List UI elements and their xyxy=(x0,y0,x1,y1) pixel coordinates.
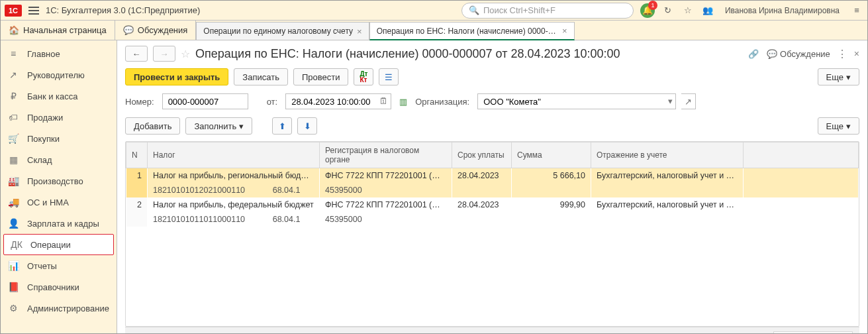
sidebar-item-9[interactable]: ДКОперации xyxy=(3,234,114,255)
sidebar-item-5[interactable]: ▦Склад xyxy=(1,149,117,170)
post-and-close-button[interactable]: Провести и закрыть xyxy=(125,68,228,85)
sidebar-item-4[interactable]: 🛒Покупки xyxy=(1,128,117,149)
sidebar-item-label: Администрирование xyxy=(27,304,109,313)
sidebar-item-6[interactable]: 🏭Производство xyxy=(1,170,117,192)
dt-kt-button[interactable]: ДтКт xyxy=(354,68,373,85)
sidebar-item-0[interactable]: ≡Главное xyxy=(1,43,117,64)
sidebar-item-2[interactable]: ₽Банк и касса xyxy=(1,85,117,107)
col-n[interactable]: N xyxy=(126,142,148,168)
sidebar-item-3[interactable]: 🏷Продажи xyxy=(1,107,117,128)
col-sum[interactable]: Сумма xyxy=(512,142,591,168)
page-header: ← → ☆ Операция по ЕНС: Налоги (начислени… xyxy=(125,46,859,62)
app-title: 1С: Бухгалтерия 3.0 (1С:Предприятие) xyxy=(46,5,200,15)
org-input[interactable] xyxy=(482,96,671,107)
sidebar-item-10[interactable]: 📊Отчеты xyxy=(1,255,117,276)
home-icon: 🏠 xyxy=(9,25,19,35)
sidebar-icon: ≡ xyxy=(7,48,19,59)
sidebar-item-11[interactable]: 📕Справочники xyxy=(1,276,117,298)
move-down-button[interactable]: ⬇ xyxy=(297,117,317,135)
burger-icon[interactable] xyxy=(28,7,39,15)
table-empty-area[interactable] xyxy=(126,227,859,326)
table-row[interactable]: 1Налог на прибыль, региональный бюджетФН… xyxy=(126,168,859,184)
date-input[interactable] xyxy=(290,96,387,107)
tab-operation-ens-doc[interactable]: Операция по ЕНС: Налоги (начисление) 000… xyxy=(369,22,575,40)
main-area: ← → ☆ Операция по ЕНС: Налоги (начислени… xyxy=(117,40,867,333)
sidebar-item-label: Руководителю xyxy=(27,70,85,80)
sidebar-icon: ДК xyxy=(11,239,23,250)
app-tabs-bar: 🏠 Начальная страница 💬 Обсуждения Операц… xyxy=(1,21,867,40)
org-picker-icon[interactable]: ▥ xyxy=(397,95,410,108)
chevron-down-icon[interactable]: ▾ xyxy=(668,96,673,106)
tab-label: Операции по единому налоговому счету xyxy=(203,27,353,36)
move-up-button[interactable]: ⬆ xyxy=(272,117,292,135)
sidebar-icon: ⚙ xyxy=(7,303,19,313)
titlebar: 1С 1С: Бухгалтерия 3.0 (1С:Предприятие) … xyxy=(1,1,867,21)
nav-forward-button[interactable]: → xyxy=(153,46,175,62)
sidebar-item-1[interactable]: ↗Руководителю xyxy=(1,64,117,85)
sidebar-item-label: Главное xyxy=(27,49,60,59)
col-reg[interactable]: Регистрация в налоговом органе xyxy=(320,142,452,168)
sidebar-icon: 🏷 xyxy=(7,112,19,123)
table-subrow[interactable]: 18210101012021000110 68.04.145395000 xyxy=(126,183,859,197)
sidebar-item-7[interactable]: 🚚ОС и НМА xyxy=(1,192,117,213)
sidebar-item-label: Отчеты xyxy=(27,261,57,271)
save-button[interactable]: Записать xyxy=(234,68,288,85)
linked-docs-button[interactable]: ☰ xyxy=(379,68,399,85)
sidebar-item-label: Покупки xyxy=(27,134,60,144)
discussions-tab[interactable]: 💬 Обсуждения xyxy=(115,21,197,40)
sidebar-item-8[interactable]: 👤Зарплата и кадры xyxy=(1,213,117,234)
sidebar-icon: ↗ xyxy=(7,70,19,80)
more-menu-icon[interactable]: ⋮ xyxy=(837,48,847,60)
home-tab[interactable]: 🏠 Начальная страница xyxy=(1,21,115,40)
notifications-badge: 1 xyxy=(648,1,657,10)
post-button[interactable]: Провести xyxy=(293,68,349,85)
fill-button[interactable]: Заполнить▾ xyxy=(185,117,252,135)
calendar-icon[interactable]: 🗓 xyxy=(379,96,388,106)
close-icon[interactable]: × xyxy=(854,48,859,59)
more-button[interactable]: Еще▾ xyxy=(818,68,859,85)
primary-toolbar: Провести и закрыть Записать Провести ДтК… xyxy=(125,68,859,85)
tree-icon: ☰ xyxy=(385,72,393,82)
table-subrow[interactable]: 18210101011011000110 68.04.145395000 xyxy=(126,212,859,227)
org-field[interactable]: ▾ xyxy=(477,93,676,109)
add-button[interactable]: Добавить xyxy=(125,117,180,135)
org-label: Организация: xyxy=(415,97,472,107)
sidebar-icon: 🏭 xyxy=(7,176,19,186)
close-icon[interactable]: × xyxy=(562,26,567,36)
sidebar-item-12[interactable]: ⚙Администрирование xyxy=(1,298,117,319)
page-title: Операция по ЕНС: Налоги (начисление) 000… xyxy=(195,47,742,61)
date-label: от: xyxy=(267,97,281,107)
sidebar-icon: ▦ xyxy=(7,154,19,165)
home-tab-label: Начальная страница xyxy=(23,25,107,35)
favorites-icon[interactable]: ☆ xyxy=(681,4,695,17)
open-org-button[interactable]: ↗ xyxy=(681,93,696,109)
favorite-star-icon[interactable]: ☆ xyxy=(181,48,190,60)
history-icon[interactable]: ↻ xyxy=(661,4,675,17)
table-more-button[interactable]: Еще▾ xyxy=(818,117,859,135)
tab-operations-ens-list[interactable]: Операции по единому налоговому счету × xyxy=(196,22,369,40)
col-tax[interactable]: Налог xyxy=(148,142,320,168)
user-icon[interactable]: 👥 xyxy=(701,4,714,17)
col-acc[interactable]: Отражение в учете xyxy=(591,142,744,168)
discussions-tab-label: Обсуждения xyxy=(138,25,188,35)
search-icon: 🔍 xyxy=(469,5,479,15)
global-search[interactable]: 🔍 Поиск Ctrl+Shift+F xyxy=(461,3,634,19)
user-name[interactable]: Иванова Ирина Владимировна xyxy=(725,6,840,15)
sidebar-item-label: Справочники xyxy=(27,282,79,292)
table-row[interactable]: 2Налог на прибыль, федеральный бюджетФНС… xyxy=(126,197,859,212)
sidebar-icon: 📕 xyxy=(7,282,19,292)
col-due[interactable]: Срок уплаты xyxy=(452,142,512,168)
link-icon[interactable]: 🔗 xyxy=(747,47,760,60)
search-placeholder: Поиск Ctrl+Shift+F xyxy=(483,5,555,15)
date-field[interactable]: 🗓 xyxy=(285,93,391,109)
notifications-bell-icon[interactable]: 🔔 1 xyxy=(640,3,655,18)
nav-back-button[interactable]: ← xyxy=(125,46,148,62)
discussion-label: Обсуждение xyxy=(780,49,830,59)
discussion-link[interactable]: 💬 Обсуждение xyxy=(767,49,830,59)
titlebar-menu-icon[interactable]: ≡ xyxy=(850,4,863,17)
sidebar-item-label: Производство xyxy=(27,176,83,186)
number-input[interactable] xyxy=(167,96,244,107)
sidebar-item-label: Банк и касса xyxy=(27,91,78,101)
close-icon[interactable]: × xyxy=(357,27,362,36)
number-field[interactable] xyxy=(162,93,248,109)
